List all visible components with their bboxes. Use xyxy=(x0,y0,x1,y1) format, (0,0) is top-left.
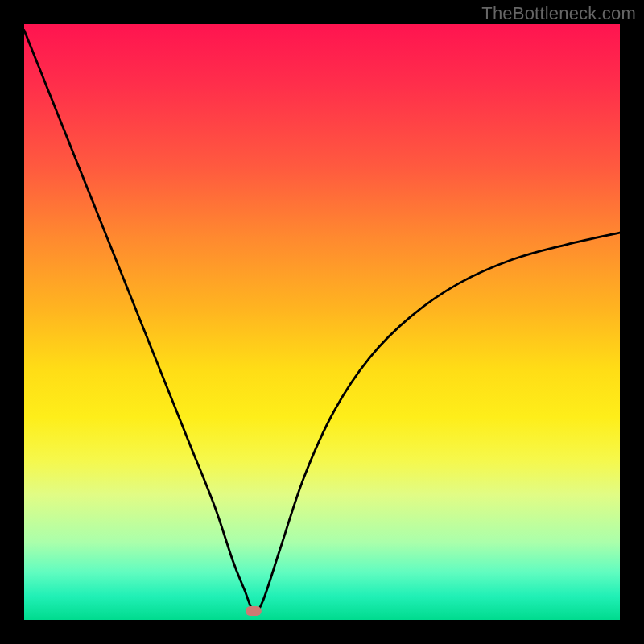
chart-frame: TheBottleneck.com xyxy=(0,0,644,644)
plot-area xyxy=(24,24,620,620)
watermark-text: TheBottleneck.com xyxy=(481,3,636,24)
chart-svg xyxy=(24,24,620,620)
bottleneck-curve xyxy=(24,30,620,612)
minimum-marker xyxy=(246,606,262,616)
